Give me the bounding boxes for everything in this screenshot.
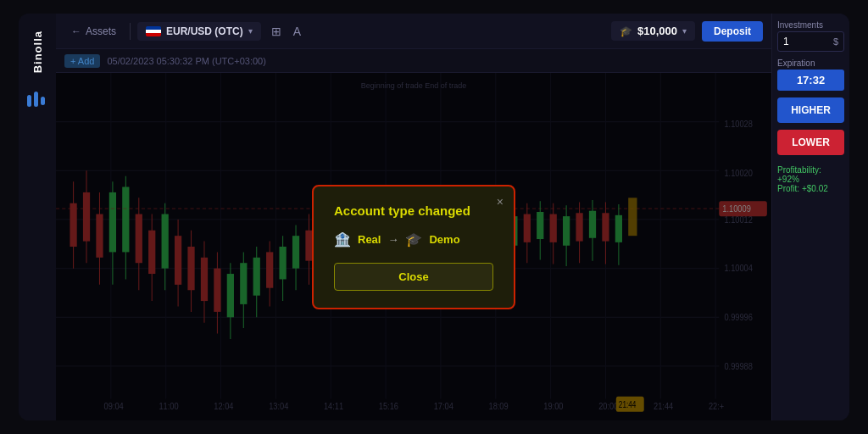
- top-bar: ← Assets EUR/USD (OTC) ▾ ⊞ A 🎓 $10,000 ▾…: [56, 14, 771, 49]
- chart-area: Beginning of trade End of trade: [56, 73, 771, 420]
- brand-label: Binolla: [31, 31, 44, 73]
- investments-section: Investments 1 $: [777, 20, 844, 52]
- svg-rect-2: [41, 97, 45, 105]
- lower-button[interactable]: LOWER: [777, 130, 844, 155]
- pair-label: EUR/USD (OTC): [166, 25, 243, 37]
- expiry-time[interactable]: 17:32: [777, 70, 844, 91]
- from-account-icon: 🏦: [334, 231, 351, 248]
- balance-selector[interactable]: 🎓 $10,000 ▾: [611, 21, 695, 41]
- higher-button[interactable]: HIGHER: [777, 97, 844, 123]
- investment-value: 1: [783, 36, 789, 47]
- add-label: + Add: [70, 56, 94, 66]
- dialog-title: Account type changed: [334, 203, 493, 218]
- dialog-close-action-button[interactable]: Close: [334, 263, 493, 291]
- add-button[interactable]: + Add: [64, 54, 100, 68]
- assets-label: Assets: [86, 25, 116, 37]
- svg-rect-0: [27, 95, 31, 107]
- svg-rect-1: [34, 92, 38, 107]
- separator: [130, 23, 131, 40]
- assets-button[interactable]: ← Assets: [64, 22, 123, 41]
- dialog-close-button[interactable]: ×: [497, 195, 504, 209]
- chevron-down-icon: ▾: [248, 26, 253, 36]
- sub-bar: + Add 05/02/2023 05:30:32 PM (UTC+03:00): [56, 49, 771, 73]
- main-content: ← Assets EUR/USD (OTC) ▾ ⊞ A 🎓 $10,000 ▾…: [56, 14, 771, 420]
- chart-icons: ⊞ A: [268, 23, 304, 40]
- app-container: Binolla ← Assets EUR/USD (OTC) ▾ ⊞: [19, 14, 849, 420]
- profitability-label: Profitability: +92%: [777, 165, 844, 184]
- expiration-section: Expiration 17:32: [777, 58, 844, 91]
- dialog-overlay: Account type changed × 🏦 Real → 🎓 Demo C…: [56, 73, 771, 420]
- left-sidebar: Binolla: [19, 14, 56, 420]
- right-panel: Investments 1 $ Expiration 17:32 HIGHER …: [771, 14, 849, 420]
- balance-icon: 🎓: [620, 25, 632, 37]
- pair-selector[interactable]: EUR/USD (OTC) ▾: [137, 22, 261, 41]
- to-account-icon: 🎓: [405, 231, 422, 248]
- investment-input[interactable]: 1 $: [777, 31, 844, 52]
- account-change-row: 🏦 Real → 🎓 Demo: [334, 231, 493, 248]
- investment-currency: $: [833, 36, 838, 47]
- to-account-label: Demo: [429, 233, 459, 246]
- brand-logo: [25, 88, 49, 117]
- assets-arrow-icon: ←: [71, 25, 81, 37]
- profit-section: Profitability: +92% Profit: +$0.02: [777, 165, 844, 193]
- balance-value: $10,000: [637, 25, 677, 37]
- account-type-dialog: Account type changed × 🏦 Real → 🎓 Demo C…: [312, 185, 515, 309]
- flag-icon: [146, 26, 161, 36]
- investments-label: Investments: [777, 20, 844, 30]
- arrow-icon: →: [387, 233, 398, 246]
- expiration-label: Expiration: [777, 58, 844, 68]
- profit-value: Profit: +$0.02: [777, 184, 844, 193]
- from-account-label: Real: [358, 233, 381, 246]
- chart-type-icon[interactable]: ⊞: [268, 23, 285, 40]
- deposit-button[interactable]: Deposit: [702, 21, 763, 42]
- timestamp-label: 05/02/2023 05:30:32 PM (UTC+03:00): [107, 56, 265, 66]
- indicators-icon[interactable]: A: [290, 23, 304, 40]
- balance-chevron-icon: ▾: [682, 26, 687, 36]
